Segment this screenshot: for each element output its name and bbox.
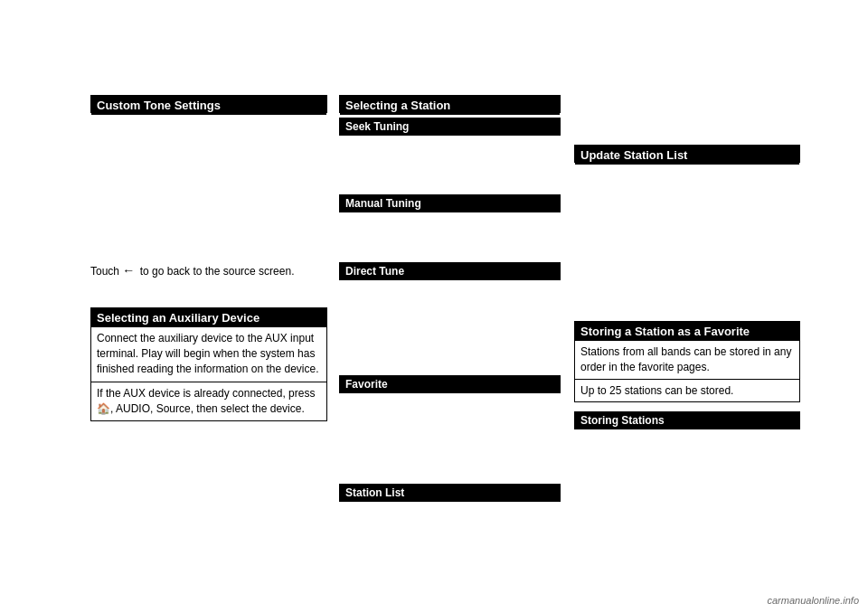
selecting-aux-section: Selecting an Auxiliary Device Connect th… <box>90 307 327 421</box>
storing-favorite-body1: Stations from all bands can be stored in… <box>575 341 799 379</box>
favorite-heading: Favorite <box>340 376 560 392</box>
manual-tuning-heading: Manual Tuning <box>340 195 560 212</box>
seek-tuning-heading: Seek Tuning <box>340 118 560 135</box>
touch-label: Touch <box>90 265 122 278</box>
favorite-section: Favorite <box>339 375 561 393</box>
touch-label-2: to go back to the source screen. <box>137 265 294 278</box>
seek-tuning-section: Seek Tuning <box>339 118 561 136</box>
selecting-aux-heading: Selecting an Auxiliary Device <box>91 308 326 327</box>
station-list-section: Station List <box>339 484 561 502</box>
touch-back-text: Touch ← to go back to the source screen. <box>90 262 327 280</box>
direct-tune-heading: Direct Tune <box>340 263 560 279</box>
storing-favorite-heading: Storing a Station as a Favorite <box>575 322 799 341</box>
manual-tuning-section: Manual Tuning <box>339 194 561 212</box>
custom-tone-section: Custom Tone Settings <box>90 95 327 113</box>
custom-tone-heading: Custom Tone Settings <box>91 96 326 115</box>
storing-stations-section: Storing Stations <box>574 411 800 429</box>
direct-tune-section: Direct Tune <box>339 262 561 280</box>
aux-body1: Connect the auxiliary device to the AUX … <box>91 327 326 380</box>
selecting-station-section: Selecting a Station <box>339 95 561 113</box>
storing-favorite-body2: Up to 25 stations can be stored. <box>575 379 799 402</box>
update-station-section: Update Station List <box>574 145 800 163</box>
watermark: carmanualonline.info <box>767 595 859 606</box>
aux-body2: If the AUX device is already connected, … <box>91 382 326 420</box>
update-station-heading: Update Station List <box>575 146 799 165</box>
selecting-station-heading: Selecting a Station <box>340 96 560 115</box>
storing-stations-heading: Storing Stations <box>575 412 799 429</box>
storing-favorite-section: Storing a Station as a Favorite Stations… <box>574 321 800 402</box>
station-list-heading: Station List <box>340 485 560 501</box>
back-icon: ← <box>122 262 135 280</box>
page-container: Custom Tone Settings Touch ← to go back … <box>0 0 868 613</box>
